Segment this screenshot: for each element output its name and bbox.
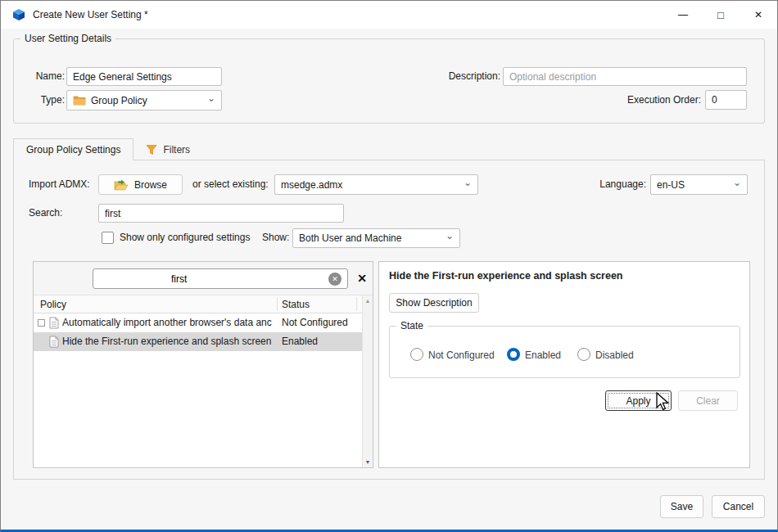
name-label: Name:	[24, 67, 65, 86]
execution-order-label: Execution Order:	[597, 91, 701, 110]
execution-order-input[interactable]	[705, 90, 747, 110]
show-dropdown[interactable]: Both User and Machine ⌄	[292, 228, 460, 248]
chevron-down-icon: ⌄	[446, 231, 454, 241]
table-row[interactable]: Hide the First-run experience and splash…	[34, 332, 362, 351]
save-button[interactable]: Save	[660, 495, 703, 518]
minimize-button[interactable]: —	[664, 1, 702, 29]
list-column-header: Policy Status	[34, 295, 362, 313]
show-description-label: Show Description	[396, 297, 472, 309]
type-dropdown[interactable]: Group Policy ⌄	[66, 90, 222, 110]
clear-button[interactable]: Clear	[678, 390, 738, 411]
chevron-down-icon: ⌄	[207, 93, 215, 103]
show-label: Show:	[262, 228, 289, 247]
group-legend: User Setting Details	[20, 33, 115, 44]
type-value: Group Policy	[91, 95, 147, 106]
policy-status: Enabled	[282, 332, 318, 351]
open-folder-icon	[114, 179, 129, 191]
policy-name: Hide the First-run experience and splash…	[62, 332, 277, 351]
show-only-configured-checkbox[interactable]	[102, 232, 114, 244]
show-description-button[interactable]: Show Description	[389, 293, 479, 313]
language-value: en-US	[657, 179, 685, 191]
state-legend: State	[396, 320, 427, 331]
clear-label: Clear	[696, 395, 720, 407]
select-existing-label: or select existing:	[192, 175, 269, 194]
chevron-down-icon: ⌄	[733, 178, 741, 187]
import-admx-label: Import ADMX:	[29, 175, 90, 194]
mouse-cursor-icon	[655, 392, 670, 414]
admx-value: msedge.admx	[281, 179, 342, 191]
policy-status: Not Configured	[282, 313, 348, 332]
tree-expander-icon[interactable]	[38, 319, 45, 327]
vertical-scrollbar[interactable]: ▲ ▼	[362, 295, 373, 467]
chevron-down-icon: ⌄	[464, 178, 472, 187]
selected-policy-title: Hide the First-run experience and splash…	[389, 270, 623, 282]
save-label: Save	[671, 501, 693, 512]
radio-not-configured-label[interactable]: Not Configured	[428, 349, 495, 361]
app-icon	[12, 8, 25, 21]
list-filter-input[interactable]	[93, 268, 348, 289]
scroll-down-icon[interactable]: ▼	[363, 459, 373, 465]
status-column-header[interactable]: Status	[282, 295, 310, 313]
radio-enabled[interactable]	[507, 348, 520, 361]
maximize-button[interactable]: □	[702, 1, 740, 29]
policy-list-panel: ✕ ✕ Policy Status	[33, 261, 373, 468]
show-only-configured-label: Show only configured settings	[120, 228, 250, 247]
cancel-label: Cancel	[723, 501, 753, 512]
radio-not-configured[interactable]	[410, 348, 423, 361]
radio-disabled-label[interactable]: Disabled	[595, 349, 634, 361]
description-input[interactable]	[503, 67, 747, 86]
clear-filter-icon[interactable]: ✕	[328, 273, 342, 286]
document-icon	[49, 336, 59, 350]
policy-rows: Automatically import another browser's d…	[34, 313, 362, 351]
tab-group-policy-settings[interactable]: Group Policy Settings	[13, 138, 133, 160]
folder-icon	[73, 95, 86, 106]
search-label: Search:	[29, 204, 62, 223]
language-label: Language:	[587, 175, 646, 194]
funnel-icon	[146, 144, 157, 156]
document-icon	[49, 317, 59, 331]
radio-enabled-label[interactable]: Enabled	[525, 349, 561, 361]
type-label: Type:	[24, 91, 65, 110]
browse-label: Browse	[134, 179, 167, 191]
policy-detail-panel: Hide the First-run experience and splash…	[378, 261, 750, 468]
column-divider[interactable]	[277, 297, 278, 311]
table-row[interactable]: Automatically import another browser's d…	[34, 313, 362, 332]
scroll-up-icon[interactable]: ▲	[363, 298, 373, 304]
close-filter-button[interactable]: ✕	[353, 269, 371, 287]
state-group: State Not Configured Enabled Disabled	[389, 326, 740, 378]
policy-name: Automatically import another browser's d…	[62, 313, 277, 332]
apply-label: Apply	[626, 395, 650, 407]
search-input[interactable]	[98, 204, 344, 223]
tab-label: Filters	[163, 144, 190, 156]
title-bar[interactable]: Create New User Setting * — □ ✕	[1, 1, 777, 29]
column-divider[interactable]	[356, 297, 357, 311]
browse-button[interactable]: Browse	[98, 174, 183, 195]
group-policy-settings-page: Import ADMX: Browse or select existing: …	[13, 160, 765, 480]
show-value: Both User and Machine	[299, 232, 401, 244]
admx-dropdown[interactable]: msedge.admx ⌄	[274, 174, 478, 195]
cancel-button[interactable]: Cancel	[712, 495, 765, 518]
policy-column-header[interactable]: Policy	[40, 295, 66, 313]
tab-label: Group Policy Settings	[26, 144, 120, 156]
tab-strip: Group Policy Settings Filters	[13, 138, 202, 160]
language-dropdown[interactable]: en-US ⌄	[650, 174, 748, 195]
description-label: Description:	[433, 67, 500, 86]
name-input[interactable]	[66, 67, 222, 86]
radio-disabled[interactable]	[577, 348, 590, 361]
close-button[interactable]: ✕	[740, 1, 777, 29]
window-controls: — □ ✕	[664, 1, 777, 29]
window-title: Create New User Setting *	[33, 9, 148, 20]
create-user-setting-dialog: Create New User Setting * — □ ✕ User Set…	[0, 0, 778, 532]
tab-filters[interactable]: Filters	[133, 139, 202, 160]
list-filter-bar: ✕ ✕	[34, 262, 373, 295]
